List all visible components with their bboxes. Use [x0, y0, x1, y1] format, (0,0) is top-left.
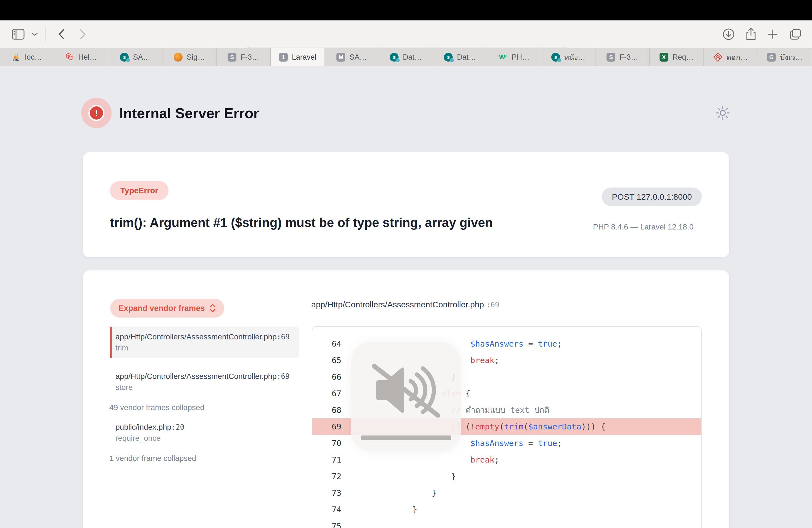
tab-label: ดอก…	[726, 52, 748, 63]
code-text: }	[354, 488, 437, 498]
tab-label: Hel…	[78, 53, 97, 62]
tab-label: F-3…	[241, 53, 259, 62]
w3-icon: W³	[499, 53, 508, 62]
code-text: break;	[354, 455, 499, 465]
browser-tab[interactable]: ดอก…	[704, 48, 758, 66]
browser-toolbar: 127.0.0.1 A x ↻	[0, 20, 812, 48]
muted-speaker-icon	[372, 361, 440, 419]
frame-path: app/Http/Controllers/AssessmentControlle…	[115, 372, 277, 381]
browser-tab[interactable]: XReq…	[650, 48, 704, 66]
tab-label: SA…	[349, 53, 367, 62]
collapsed-frames-note: 49 vendor frames collapsed	[110, 402, 204, 413]
tab-label: PH…	[512, 53, 530, 62]
code-text: }	[354, 505, 417, 514]
stack-frame[interactable]: public/index.php:20require_once	[115, 422, 184, 444]
one-badge-icon: 1	[279, 53, 288, 62]
line-number: 70	[313, 439, 342, 448]
code-line: 73 }	[313, 485, 701, 501]
browser-tab[interactable]: sหนัง…	[541, 48, 595, 66]
code-line: 74 }	[313, 501, 701, 518]
browser-tab[interactable]: 1Laravel	[271, 48, 325, 66]
g-badge-icon: G	[767, 53, 776, 62]
error-alert-icon: !	[81, 98, 112, 128]
tab-label: บึงเว…	[780, 52, 802, 63]
laravel-icon	[65, 53, 74, 62]
environment-text: PHP 8.4.6 — Laravel 12.18.0	[593, 223, 694, 231]
browser-tab[interactable]: MSA…	[325, 48, 379, 66]
expand-vendor-frames-button[interactable]: Expand vendor frames	[110, 299, 224, 318]
line-number: 66	[313, 372, 342, 382]
excel-icon: X	[659, 53, 668, 62]
line-number: 68	[313, 406, 342, 415]
browser-tab[interactable]: Sig…	[162, 48, 217, 66]
back-button[interactable]	[58, 29, 64, 40]
frame-line-number: :69	[277, 372, 290, 381]
sidebar-chevron-icon[interactable]	[32, 32, 38, 36]
browser-tab[interactable]: Gบึงเว…	[758, 48, 812, 66]
sidebar-toggle-icon[interactable]	[12, 29, 25, 40]
editor-line-ref: :69	[487, 301, 499, 309]
collapsed-frames-note: 1 vendor frame collapsed	[110, 453, 196, 464]
request-badge: POST 127.0.0.1:8000	[602, 188, 702, 206]
frame-method: trim	[115, 342, 299, 353]
browser-tab[interactable]: Hel…	[54, 48, 108, 66]
browser-tab[interactable]: sSA…	[108, 48, 162, 66]
theme-toggle-sun-icon[interactable]	[715, 105, 730, 120]
volume-level-bar	[361, 436, 451, 440]
line-number: 65	[313, 356, 342, 365]
tab-label: F-3…	[620, 53, 638, 62]
expand-chevrons-icon	[209, 304, 216, 312]
frame-method: store	[115, 382, 290, 393]
s-badge-icon: S	[228, 53, 236, 62]
error-message: trim(): Argument #1 ($string) must be of…	[110, 215, 493, 230]
error-card: TypeError POST 127.0.0.1:8000 PHP 8.4.6 …	[83, 152, 729, 258]
line-number: 75	[313, 522, 342, 528]
tab-label: loc…	[25, 53, 42, 62]
downloads-icon[interactable]	[723, 28, 735, 40]
tab-label: Sig…	[187, 53, 205, 62]
frame-path: app/Http/Controllers/AssessmentControlle…	[115, 333, 277, 341]
tab-label: Dat…	[403, 53, 422, 62]
globe-icon	[174, 53, 183, 62]
code-line: 71 break;	[313, 452, 701, 468]
s-badge-icon: S	[607, 53, 615, 62]
stack-frame[interactable]: app/Http/Controllers/AssessmentControlle…	[110, 327, 299, 358]
browser-tab[interactable]: PMAloc…	[0, 48, 54, 66]
menu-bar	[0, 0, 812, 20]
exception-type-badge: TypeError	[110, 181, 169, 200]
tab-label: Req…	[672, 53, 694, 62]
frame-path: public/index.php	[115, 423, 171, 431]
sharepoint-icon: s	[120, 53, 129, 62]
tab-label: SA…	[133, 53, 150, 62]
new-tab-icon[interactable]	[767, 29, 778, 40]
line-number: 74	[313, 505, 342, 514]
line-number: 69	[313, 422, 342, 431]
forward-button[interactable]	[80, 29, 86, 40]
tab-label: Dat…	[457, 53, 476, 62]
pma-icon: PMA	[12, 53, 21, 62]
chevrons-icon	[713, 53, 722, 62]
browser-tab[interactable]: SF-3…	[595, 48, 650, 66]
volume-osd	[351, 342, 461, 452]
line-number: 72	[313, 472, 342, 481]
code-line: 72 }	[313, 468, 701, 485]
browser-tab[interactable]: sDat…	[433, 48, 487, 66]
m-badge-icon: M	[336, 53, 345, 62]
share-icon[interactable]	[746, 28, 756, 41]
sharepoint-icon: s	[551, 53, 560, 62]
sharepoint-icon: s	[444, 53, 453, 62]
stack-frame[interactable]: app/Http/Controllers/AssessmentControlle…	[115, 371, 290, 393]
toolbar-divider	[45, 27, 46, 41]
frame-line-number: :69	[277, 333, 290, 341]
svg-text:PMA: PMA	[13, 59, 19, 62]
page-title: Internal Server Error	[119, 105, 259, 121]
code-line: 75	[313, 518, 701, 528]
browser-tab[interactable]: W³PH…	[487, 48, 541, 66]
sharepoint-icon: s	[390, 53, 398, 62]
tab-label: หนัง…	[564, 52, 585, 63]
screen: 127.0.0.1 A x ↻	[0, 0, 812, 528]
tab-overview-icon[interactable]	[789, 28, 801, 40]
line-number: 71	[313, 455, 342, 465]
browser-tab[interactable]: sDat…	[379, 48, 433, 66]
browser-tab[interactable]: SF-3…	[217, 48, 271, 66]
